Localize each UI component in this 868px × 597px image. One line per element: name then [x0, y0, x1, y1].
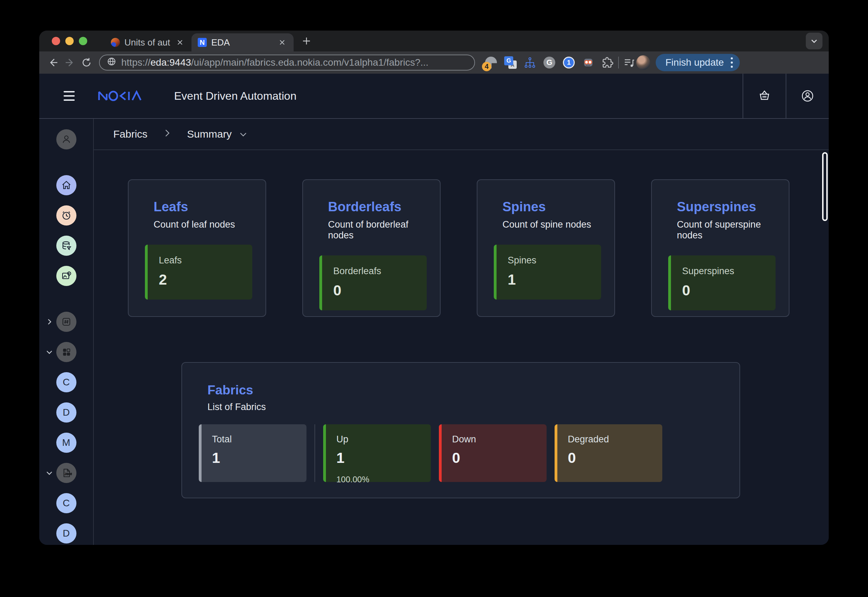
tab-eda[interactable]: N EDA [191, 33, 294, 51]
breadcrumb-view: Summary [187, 128, 231, 140]
sidebar-group-json[interactable]: JSON [39, 463, 93, 483]
close-tab-icon[interactable] [277, 37, 287, 48]
translate-icon[interactable]: A G [503, 56, 517, 70]
new-tab-button[interactable] [298, 33, 315, 49]
apps-grid-icon [56, 342, 76, 362]
fabrics-panel: Fabrics List of Fabrics Total 1 Up 1 [181, 362, 740, 498]
database-filter-icon [56, 236, 76, 256]
sidebar-app-m[interactable]: M [39, 433, 93, 453]
topology-map-icon [56, 266, 76, 286]
card-borderleafs: Borderleafs Count of borderleaf nodes Bo… [302, 179, 441, 317]
extension-badge: 4 [482, 62, 491, 71]
svg-text:JSON: JSON [65, 472, 72, 476]
onepassword-icon[interactable]: 1 [562, 56, 576, 70]
chevron-down-icon [239, 130, 248, 139]
hash-tile-icon [56, 312, 76, 332]
browser-menu-icon[interactable] [731, 57, 733, 68]
stat-label: Leafs [159, 255, 252, 266]
app-sidebar: C D M JSON [39, 119, 94, 545]
sidebar-item-topology[interactable] [39, 266, 93, 286]
card-subtitle: Count of superspine nodes [677, 219, 776, 241]
stat-tile-spines[interactable]: Spines 1 [494, 245, 601, 300]
json-file-icon: JSON [56, 463, 76, 483]
sidebar-item-user[interactable] [39, 129, 93, 149]
sidebar-app-c2[interactable]: C [39, 493, 93, 513]
tab-title: Units of automation – Event D [125, 37, 170, 48]
menu-hamburger-icon[interactable] [64, 91, 75, 101]
close-window-button[interactable] [52, 37, 60, 45]
extensions-puzzle-icon[interactable] [601, 56, 615, 70]
sidebar-group-apps[interactable] [39, 342, 93, 362]
sidebar-app-d[interactable]: D [39, 402, 93, 423]
card-subtitle: Count of leaf nodes [154, 219, 252, 230]
toolbar-separator [618, 56, 619, 68]
tab-units-of-automation[interactable]: Units of automation – Event D [105, 33, 191, 51]
card-subtitle: Count of borderleaf nodes [328, 219, 427, 241]
eda-app: Event Driven Automation [39, 74, 829, 545]
tiles-divider [315, 424, 315, 482]
stat-tile-leafs[interactable]: Leafs 2 [145, 245, 252, 300]
tile-total[interactable]: Total 1 [199, 424, 307, 482]
tile-down[interactable]: Down 0 [439, 424, 547, 482]
media-controls-icon[interactable] [622, 56, 636, 70]
dashboard-content: Leafs Count of leaf nodes Leafs 2 Border… [94, 150, 829, 498]
fabrics-tiles-row: Total 1 Up 1 100.00% Down [199, 424, 739, 482]
stat-tile-borderleafs[interactable]: Borderleafs 0 [319, 255, 427, 310]
card-title: Spines [503, 199, 601, 214]
panel-subtitle: List of Fabrics [208, 402, 739, 413]
view-selector[interactable]: Summary [187, 128, 248, 140]
forward-button[interactable] [61, 54, 78, 71]
sidebar-app-c[interactable]: C [39, 372, 93, 392]
sidebar-item-queries[interactable] [39, 236, 93, 256]
card-leafs: Leafs Count of leaf nodes Leafs 2 [128, 179, 266, 317]
extensions-row: 4 A G G 1 [484, 56, 615, 70]
stat-value: 2 [159, 272, 252, 288]
sidebar-group-hash[interactable] [39, 312, 93, 332]
chevron-right-icon[interactable] [46, 318, 53, 325]
tile-percentage: 100.00% [336, 475, 431, 484]
nokia-logo [98, 91, 150, 101]
address-bar[interactable]: https://eda:9443/ui/app/main/fabrics.eda… [99, 55, 475, 71]
site-info-icon[interactable] [107, 56, 116, 69]
robot-icon[interactable] [581, 56, 595, 70]
app-store-button[interactable] [743, 74, 786, 118]
reload-button[interactable] [78, 54, 95, 71]
tile-degraded[interactable]: Degraded 0 [555, 424, 662, 482]
chevron-down-icon[interactable] [46, 469, 53, 477]
card-spines: Spines Count of spine nodes Spines 1 [477, 179, 615, 317]
minimize-window-button[interactable] [65, 37, 74, 45]
browser-profile-avatar[interactable] [636, 56, 650, 70]
card-title: Leafs [154, 199, 252, 214]
breadcrumb-section[interactable]: Fabrics [113, 128, 147, 140]
sidebar-item-home[interactable] [39, 175, 93, 195]
phoenix-bird-icon [111, 38, 120, 47]
user-icon [56, 129, 76, 149]
tab-title: EDA [211, 37, 272, 48]
grammarly-icon[interactable]: G [542, 56, 556, 70]
account-button[interactable] [786, 74, 829, 118]
stat-value: 1 [507, 272, 601, 288]
panel-title: Fabrics [208, 383, 739, 398]
scrollbar-thumb[interactable] [822, 152, 828, 221]
zoom-window-button[interactable] [79, 37, 87, 45]
alarm-clock-icon [56, 205, 76, 226]
tab-search-button[interactable] [806, 33, 822, 49]
stat-tile-superspines[interactable]: Superspines 0 [668, 255, 776, 310]
url-text: https://eda:9443/ui/app/main/fabrics.eda… [121, 57, 429, 68]
stat-label: Spines [507, 255, 601, 266]
app-letter-avatar: D [56, 523, 76, 544]
sidebar-item-history[interactable] [39, 205, 93, 226]
main-area: Fabrics Summary Leafs Count of leaf node… [94, 119, 829, 545]
tile-up[interactable]: Up 1 100.00% [323, 424, 431, 482]
finish-update-button[interactable]: Finish update [656, 54, 740, 71]
nokia-n-icon: N [198, 38, 207, 47]
sitemap-icon[interactable] [523, 56, 537, 70]
close-tab-icon[interactable] [175, 37, 185, 48]
blocker-icon[interactable]: 4 [484, 56, 498, 70]
app-letter-avatar: C [56, 493, 76, 513]
chevron-right-icon [163, 128, 172, 140]
app-letter-avatar: C [56, 372, 76, 392]
sidebar-app-d2[interactable]: D [39, 523, 93, 544]
back-button[interactable] [45, 54, 61, 71]
chevron-down-icon[interactable] [46, 348, 53, 356]
